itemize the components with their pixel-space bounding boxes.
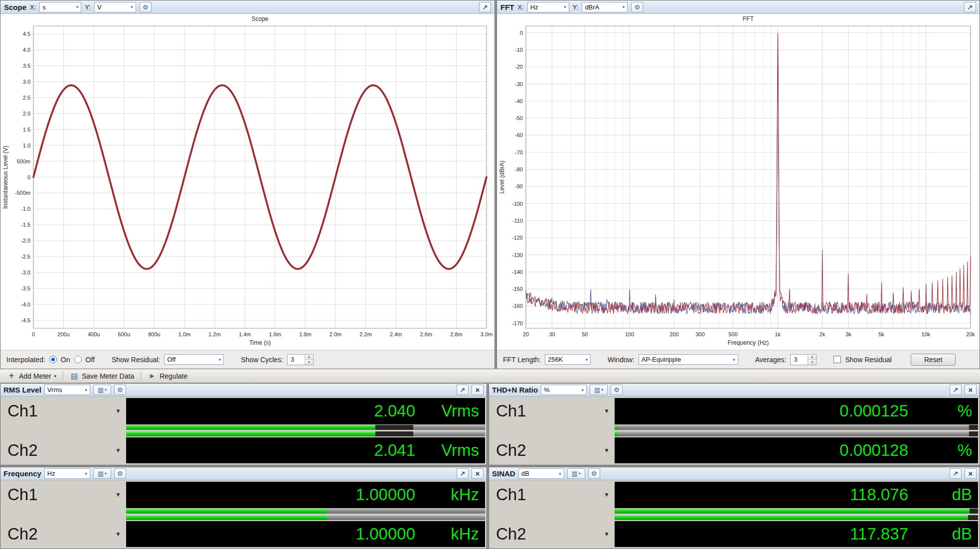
svg-text:-120: -120 bbox=[512, 235, 523, 241]
svg-text:500m: 500m bbox=[16, 158, 30, 164]
svg-text:2k: 2k bbox=[819, 331, 825, 337]
popout-icon[interactable]: ↗ bbox=[457, 385, 469, 395]
popout-icon[interactable]: ↗ bbox=[479, 2, 491, 12]
scope-chart[interactable]: 4.54.03.53.02.52.01.51.0500m0-500m-1.0-1… bbox=[0, 14, 494, 350]
display-mode-glyph: ▥ bbox=[98, 470, 104, 477]
popout-icon[interactable]: ↗ bbox=[457, 468, 469, 479]
settings-gear-icon[interactable]: ⚙ bbox=[631, 2, 643, 12]
interpolated-on-radio[interactable] bbox=[49, 356, 57, 363]
channel-label: Ch2 bbox=[7, 525, 38, 544]
channel-value-display-ch1: 2.040 Vrms bbox=[126, 398, 485, 424]
spin-down-icon[interactable]: ▾ bbox=[808, 359, 816, 365]
regulate-icon: ▶ bbox=[148, 372, 157, 381]
meter-display-mode-icon[interactable]: ▥ ▾ bbox=[567, 468, 585, 479]
svg-text:-4.0: -4.0 bbox=[21, 301, 30, 307]
svg-text:2.2m: 2.2m bbox=[359, 331, 371, 337]
svg-text:-30: -30 bbox=[515, 81, 523, 87]
reset-button[interactable]: Reset bbox=[911, 354, 956, 366]
spin-up-icon[interactable]: ▴ bbox=[305, 355, 313, 360]
svg-text:2.4m: 2.4m bbox=[390, 331, 402, 337]
settings-gear-icon[interactable]: ⚙ bbox=[114, 468, 126, 479]
svg-text:-170: -170 bbox=[512, 320, 523, 326]
svg-text:-10: -10 bbox=[515, 47, 523, 53]
settings-gear-icon[interactable]: ⚙ bbox=[140, 2, 152, 12]
meter-display-mode-icon[interactable]: ▥ ▾ bbox=[93, 468, 111, 479]
meter-display-mode-icon[interactable]: ▥ ▾ bbox=[590, 385, 608, 395]
window-select[interactable]: AP-Equiripple ▾ bbox=[639, 354, 738, 365]
meter-body: Ch1 ▼ 118.076 dB Ch2 ▼ 117.837 dB bbox=[489, 480, 980, 549]
channel-selector-ch2[interactable]: Ch2 ▼ bbox=[489, 521, 615, 548]
level-bar-ch2 bbox=[126, 431, 485, 437]
spin-down-icon[interactable]: ▾ bbox=[305, 359, 313, 365]
svg-text:-3.0: -3.0 bbox=[21, 270, 30, 275]
svg-text:800u: 800u bbox=[148, 331, 160, 337]
channel-selector-ch1[interactable]: Ch1 ▼ bbox=[489, 482, 615, 508]
meter-display-mode-icon[interactable]: ▥ ▾ bbox=[93, 385, 111, 395]
svg-text:4.0: 4.0 bbox=[23, 47, 30, 53]
fft-panel-header: FFT X: Hz ▾ Y: dBrA ▾ ⚙ ↗ bbox=[497, 0, 980, 14]
scope-x-unit-select[interactable]: s ▾ bbox=[39, 2, 81, 12]
settings-gear-icon[interactable]: ⚙ bbox=[611, 385, 623, 395]
svg-text:-3.5: -3.5 bbox=[21, 285, 30, 291]
settings-gear-icon[interactable]: ⚙ bbox=[588, 468, 600, 479]
chevron-down-icon: ▾ bbox=[105, 388, 107, 392]
scope-controls-bar: Interpolated: On Off Show Residual: Off … bbox=[0, 350, 494, 369]
show-cycles-spinner[interactable]: 3 ▴ ▾ bbox=[287, 354, 314, 365]
chevron-down-icon: ▾ bbox=[105, 471, 107, 476]
chevron-down-icon: ▾ bbox=[82, 471, 87, 476]
show-residual-checkbox[interactable] bbox=[833, 356, 841, 363]
close-icon[interactable]: × bbox=[965, 468, 977, 479]
meters-grid: RMS Level Vrms ▾ ▥ ▾ ⚙ ↗ × Ch1 ▼ bbox=[0, 383, 980, 549]
unit-select[interactable]: dB ▾ bbox=[518, 468, 564, 479]
channel-selector-ch2[interactable]: Ch2 ▼ bbox=[0, 437, 126, 464]
svg-text:-50: -50 bbox=[515, 115, 523, 121]
unit-select[interactable]: Vrms ▾ bbox=[44, 385, 90, 395]
fft-x-unit-select[interactable]: Hz ▾ bbox=[527, 2, 569, 12]
fft-panel: FFT X: Hz ▾ Y: dBrA ▾ ⚙ ↗ 0-10-20-30-40-… bbox=[496, 0, 980, 369]
close-icon[interactable]: × bbox=[472, 468, 484, 479]
unit-value: Vrms bbox=[47, 386, 62, 394]
scope-y-unit-value: V bbox=[97, 3, 102, 11]
fft-length-select[interactable]: 256K ▾ bbox=[545, 354, 591, 365]
channel-selector-ch1[interactable]: Ch1 ▼ bbox=[0, 482, 126, 508]
unit-select[interactable]: % ▾ bbox=[541, 385, 587, 395]
meter-header: SINAD dB ▾ ▥ ▾ ⚙ ↗ × bbox=[489, 467, 980, 480]
svg-text:1.2m: 1.2m bbox=[208, 331, 220, 337]
scope-y-unit-select[interactable]: V ▾ bbox=[94, 2, 136, 12]
unit-value: dB bbox=[521, 470, 529, 477]
fft-y-unit-select[interactable]: dBrA ▾ bbox=[582, 2, 628, 12]
channel-selector-ch2[interactable]: Ch2 ▼ bbox=[0, 521, 126, 548]
save-meter-data-button[interactable]: ▤ Save Meter Data bbox=[66, 370, 138, 382]
channel-label: Ch1 bbox=[7, 402, 38, 420]
show-residual-select[interactable]: Off ▾ bbox=[164, 354, 224, 365]
popout-icon[interactable]: ↗ bbox=[950, 385, 962, 395]
regulate-button[interactable]: ▶ Regulate bbox=[144, 370, 191, 382]
channel-selector-ch2[interactable]: Ch2 ▼ bbox=[489, 437, 615, 464]
channel-selector-ch1[interactable]: Ch1 ▼ bbox=[489, 398, 615, 424]
interpolated-off-label: Off bbox=[86, 356, 95, 364]
regulate-label: Regulate bbox=[160, 372, 187, 380]
channel-value-display-ch2: 0.000128 % bbox=[615, 437, 978, 464]
chevron-down-icon: ▾ bbox=[73, 4, 79, 9]
popout-icon[interactable]: ↗ bbox=[950, 468, 962, 479]
close-icon[interactable]: × bbox=[472, 385, 484, 395]
spin-up-icon[interactable]: ▴ bbox=[808, 355, 816, 360]
channel-selector-ch1[interactable]: Ch1 ▼ bbox=[0, 398, 126, 424]
channel-dropdown-icon: ▼ bbox=[604, 447, 610, 454]
show-residual-label: Show Residual: bbox=[112, 356, 160, 364]
fft-chart[interactable]: 0-10-20-30-40-50-60-70-80-90-100-110-120… bbox=[497, 14, 980, 350]
add-meter-icon: + bbox=[7, 372, 16, 381]
unit-select[interactable]: Hz ▾ bbox=[44, 468, 90, 479]
svg-text:200u: 200u bbox=[57, 331, 69, 337]
popout-icon[interactable]: ↗ bbox=[964, 2, 976, 12]
add-meter-button[interactable]: + Add Meter ▾ bbox=[3, 370, 60, 382]
close-icon[interactable]: × bbox=[965, 385, 977, 395]
svg-text:3.0m: 3.0m bbox=[481, 331, 492, 337]
settings-gear-icon[interactable]: ⚙ bbox=[114, 385, 126, 395]
scope-panel-title: Scope bbox=[4, 3, 26, 11]
averages-spinner[interactable]: 3 ▴ ▾ bbox=[790, 354, 817, 365]
meter-body: Ch1 ▼ 0.000125 % Ch2 ▼ 0.000128 % bbox=[489, 397, 980, 465]
meter-panel-thdn-ratio: THD+N Ratio % ▾ ▥ ▾ ⚙ ↗ × Ch1 ▼ bbox=[489, 383, 980, 465]
interpolated-off-radio[interactable] bbox=[74, 356, 82, 363]
svg-text:-2.5: -2.5 bbox=[21, 254, 30, 260]
